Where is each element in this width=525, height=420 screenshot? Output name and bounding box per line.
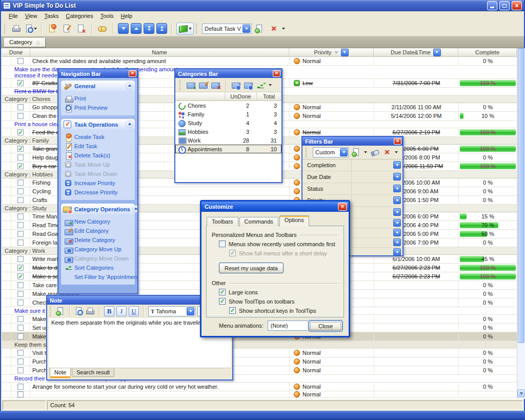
task-checkbox[interactable]: ✓ (17, 265, 24, 271)
category-row-study[interactable]: Study44 (175, 118, 281, 127)
move-to-top-button[interactable] (156, 23, 167, 34)
nav-item-edit-category[interactable]: Edit Category (65, 226, 134, 235)
scrollbar-thumb[interactable] (518, 48, 524, 343)
delete-filter-icon[interactable] (382, 148, 392, 157)
category-move-up-icon[interactable] (232, 81, 241, 90)
checkbox[interactable]: ✓ (219, 298, 226, 305)
task-checkbox[interactable] (17, 325, 24, 331)
task-checkbox[interactable] (17, 154, 24, 161)
collapse-button[interactable] (132, 205, 137, 213)
edit-task-button[interactable] (60, 23, 73, 35)
tab-options[interactable]: Options (279, 215, 309, 226)
toolbar-grip[interactable] (306, 147, 308, 157)
notes-view-button[interactable] (176, 23, 194, 35)
task-checkbox[interactable] (17, 213, 24, 219)
close-button[interactable]: × (512, 1, 522, 10)
task-checkbox[interactable] (17, 391, 24, 397)
bold-button[interactable]: B (104, 306, 114, 316)
move-to-bottom-button[interactable] (144, 23, 154, 34)
checkbox[interactable]: ✓ (229, 307, 236, 314)
create-task-button[interactable] (46, 23, 58, 35)
close-icon[interactable]: × (394, 138, 401, 145)
category-row-hobbies[interactable]: Hobbies33 (175, 127, 281, 136)
combo-dropdown-button[interactable] (187, 307, 194, 315)
nav-item-create-task[interactable]: Create Task (65, 132, 134, 142)
task-checkbox[interactable]: ✓ (17, 273, 24, 279)
dialog-close-button[interactable]: Close (309, 321, 342, 331)
delete-task-button[interactable] (75, 23, 87, 35)
task-view-combobox[interactable]: Default Task V (202, 24, 251, 34)
nav-item-edit-task[interactable]: Edit Task (65, 142, 134, 151)
task-checkbox[interactable] (17, 104, 24, 110)
combo-dropdown-button[interactable] (243, 25, 250, 33)
customize-dialog-title[interactable]: Customize × (201, 202, 349, 212)
due-filter-button[interactable] (433, 49, 441, 56)
undone-column[interactable]: UnDone (225, 92, 257, 101)
nav-item-category-move-up[interactable]: Category Move Up (65, 245, 134, 254)
toolbar-grip[interactable] (4, 24, 7, 34)
task-checkbox[interactable]: ✓ (17, 163, 24, 169)
tab-commands[interactable]: Commands (239, 217, 278, 226)
filter-dropdown-button[interactable] (393, 196, 401, 204)
checkbox[interactable]: ✓ (219, 289, 226, 295)
filter-dropdown-button[interactable] (393, 185, 401, 192)
task-checkbox[interactable] (17, 231, 24, 237)
collapse-button[interactable] (126, 121, 133, 128)
task-checkbox[interactable]: ✓ (17, 146, 24, 152)
nav-item-increase-priority[interactable]: Increase Priority (65, 178, 134, 188)
note-tab-note[interactable]: Note (50, 368, 71, 378)
column-header-done[interactable]: Done (2, 48, 30, 57)
nav-section-header[interactable]: Task Operations (61, 119, 135, 130)
filter-dropdown-button[interactable] (393, 161, 401, 169)
task-checkbox[interactable] (17, 58, 24, 64)
category-row-chores[interactable]: Chores23 (175, 101, 281, 110)
menu-view[interactable]: View (22, 11, 41, 19)
nav-item-set-filter-by-appointments-[interactable]: Set Filter by 'Appointments' (65, 272, 134, 282)
note-tab-search-result[interactable]: Search result (72, 368, 114, 377)
minimize-button[interactable] (487, 1, 497, 10)
toolbar-grip[interactable] (50, 306, 52, 316)
nav-item-sort-categories[interactable]: Sort Categories (65, 263, 134, 272)
task-checkbox[interactable] (17, 239, 24, 246)
task-checkbox[interactable] (17, 316, 24, 322)
filter-dropdown-button[interactable] (393, 173, 401, 181)
close-icon[interactable]: × (273, 70, 280, 77)
checkbox[interactable] (219, 241, 226, 247)
task-checkbox[interactable] (17, 384, 24, 390)
column-header-name[interactable]: Name (30, 48, 289, 57)
clear-view-button[interactable] (268, 23, 280, 35)
sort-categories-icon[interactable] (256, 81, 266, 90)
edit-category-icon[interactable] (199, 81, 208, 90)
filter-dropdown-button[interactable] (393, 238, 401, 246)
nav-section-header[interactable]: Category Operations (61, 204, 135, 214)
navigation-bar-title[interactable]: Navigation Bar × (58, 69, 137, 78)
move-up-button[interactable] (131, 23, 142, 34)
task-checkbox[interactable] (17, 358, 24, 365)
column-header-priority[interactable]: Priority (289, 48, 374, 57)
menu-categories[interactable]: Categories (63, 11, 97, 19)
menu-help[interactable]: Help (117, 11, 136, 19)
filter-dropdown-button[interactable] (393, 248, 401, 256)
font-combobox[interactable]: T Tahoma (148, 306, 195, 316)
vertical-scrollbar[interactable] (517, 48, 525, 399)
dropdown-arrow-icon[interactable] (364, 151, 367, 155)
task-checkbox[interactable] (17, 333, 24, 339)
task-checkbox[interactable] (17, 197, 24, 203)
category-row-appointments[interactable]: Appointments810 (175, 145, 281, 153)
categories-bar-title[interactable]: Categories Bar × (175, 69, 281, 78)
category-row-work[interactable]: Work2831 (175, 136, 281, 145)
category-move-down-icon[interactable] (244, 81, 253, 90)
delete-category-icon[interactable] (211, 81, 220, 90)
print-preview-button[interactable] (25, 23, 37, 35)
filter-dropdown-button[interactable] (393, 219, 401, 227)
toolbar-overflow-icon[interactable] (282, 28, 285, 31)
category-column[interactable] (175, 92, 225, 101)
scroll-down-button[interactable] (517, 389, 525, 397)
menu-tools[interactable]: Tools (97, 11, 117, 19)
filter-dropdown-button[interactable] (393, 229, 401, 236)
task-checkbox[interactable] (17, 179, 24, 186)
apply-note-icon[interactable] (56, 307, 65, 316)
close-icon[interactable]: × (338, 203, 347, 211)
task-row[interactable]: Normal (2, 391, 517, 398)
new-category-icon[interactable] (187, 81, 196, 90)
